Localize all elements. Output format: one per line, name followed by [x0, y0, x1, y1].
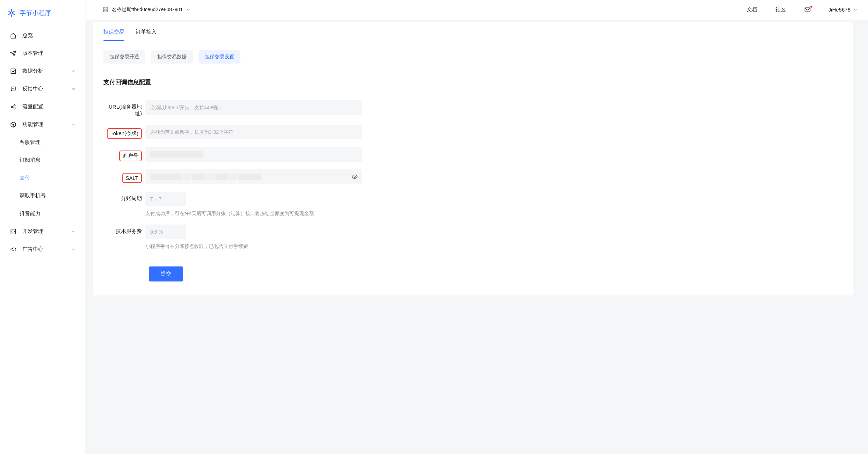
- subtabs: 担保交易开通 担保交易数据 担保交易设置: [93, 41, 853, 67]
- nav-dev[interactable]: 开发管理: [0, 222, 85, 240]
- nav-label: 广告中心: [22, 246, 71, 252]
- chart-icon: [9, 68, 17, 74]
- nav-label: 数据分析: [22, 68, 71, 74]
- cube-icon: [9, 122, 17, 128]
- nav-analytics[interactable]: 数据分析: [0, 62, 85, 80]
- nav-label: 功能管理: [22, 121, 71, 128]
- message-icon: [9, 86, 17, 92]
- nav-features[interactable]: 功能管理: [0, 116, 85, 133]
- submit-button[interactable]: 提交: [149, 266, 183, 281]
- notification-dot: [810, 6, 812, 8]
- label-salt: SALT: [103, 169, 145, 183]
- chevron-down-icon: [71, 87, 76, 91]
- sidebar: 字节小程序 总览 版本管理 数据分析 反馈中心: [0, 0, 85, 454]
- help-fee: 小程序平台在分账接点收取，已包含支付手续费: [145, 243, 362, 250]
- chevron-down-icon: [71, 229, 76, 234]
- nav: 总览 版本管理 数据分析 反馈中心 流量配置 功能管理: [0, 24, 85, 260]
- redacted-salt: [150, 172, 261, 181]
- svg-rect-8: [103, 10, 105, 12]
- chevron-up-icon: [71, 122, 76, 127]
- nav-label: 流量配置: [22, 103, 76, 110]
- nav-label: 总览: [22, 32, 76, 39]
- nav-label: 反馈中心: [22, 86, 71, 92]
- label-token: Token(令牌): [103, 125, 145, 139]
- nav-feedback[interactable]: 反馈中心: [0, 80, 85, 98]
- eye-icon[interactable]: [352, 174, 358, 180]
- form: URL(服务器地址) Token(令牌) 商户号: [93, 89, 853, 295]
- nav-sub-payment[interactable]: 支付: [0, 169, 85, 187]
- megaphone-icon: [9, 246, 17, 252]
- brand-logo[interactable]: 字节小程序: [0, 3, 85, 24]
- topbar-user[interactable]: JiHe5678: [820, 7, 861, 13]
- chevron-down-icon: [71, 247, 76, 252]
- help-period: 支付成功后，可在t+n天后可调用分账（结算）接口将冻结金额变为可提现金额: [145, 211, 362, 217]
- label-fee: 技术服务费: [103, 225, 145, 235]
- tab-order[interactable]: 订单接入: [130, 22, 162, 41]
- section-title: 支付回调信息配置: [93, 67, 853, 89]
- nav-traffic[interactable]: 流量配置: [0, 98, 85, 116]
- app-name: 名称过期ttb8d0ce6d27e8087901: [112, 7, 183, 13]
- nav-sub-subscribe[interactable]: 订阅消息: [0, 151, 85, 169]
- app-selector[interactable]: 名称过期ttb8d0ce6d27e8087901: [103, 7, 190, 13]
- card: 担保交易 订单接入 担保交易开通 担保交易数据 担保交易设置 支付回调信息配置 …: [93, 22, 853, 295]
- subtab-data[interactable]: 担保交易数据: [151, 50, 193, 64]
- nav-sub-douyin[interactable]: 抖音能力: [0, 205, 85, 222]
- nav-label: 开发管理: [22, 228, 71, 235]
- nav-sub-customer-service[interactable]: 客服管理: [0, 133, 85, 151]
- chevron-down-icon: [853, 8, 858, 12]
- input-url[interactable]: [145, 100, 362, 115]
- topbar-community[interactable]: 社区: [766, 6, 795, 13]
- svg-rect-7: [106, 8, 108, 9]
- main: 名称过期ttb8d0ce6d27e8087901 文档 社区 JiHe5678 …: [85, 0, 868, 454]
- content-wrap: 担保交易 订单接入 担保交易开通 担保交易数据 担保交易设置 支付回调信息配置 …: [85, 20, 868, 454]
- chevron-down-icon: [186, 8, 190, 12]
- topbar: 名称过期ttb8d0ce6d27e8087901 文档 社区 JiHe5678: [85, 0, 868, 20]
- mail-icon: [804, 6, 811, 13]
- tab-guarantee[interactable]: 担保交易: [98, 22, 130, 41]
- topbar-inbox[interactable]: [795, 6, 820, 13]
- chevron-down-icon: [71, 69, 76, 74]
- user-name: JiHe5678: [829, 7, 851, 13]
- subtab-settings[interactable]: 担保交易设置: [198, 50, 240, 64]
- svg-rect-9: [106, 10, 108, 12]
- nav-version[interactable]: 版本管理: [0, 44, 85, 62]
- nav-ads[interactable]: 广告中心: [0, 240, 85, 258]
- label-url: URL(服务器地址): [103, 100, 145, 117]
- input-fee: [145, 225, 186, 239]
- share-icon: [9, 104, 17, 110]
- nav-overview[interactable]: 总览: [0, 27, 85, 44]
- tabs: 担保交易 订单接入: [93, 22, 853, 41]
- subtab-open[interactable]: 担保交易开通: [103, 50, 145, 64]
- nav-label: 版本管理: [22, 50, 76, 57]
- input-token[interactable]: [145, 125, 362, 139]
- svg-point-0: [10, 12, 13, 14]
- label-merchant: 商户号: [103, 147, 145, 161]
- topbar-docs[interactable]: 文档: [738, 6, 766, 13]
- redacted-merchant: [150, 150, 203, 159]
- grid-icon: [103, 7, 108, 13]
- svg-rect-6: [103, 8, 105, 9]
- brand-icon: [7, 8, 16, 17]
- send-icon: [9, 50, 17, 57]
- label-period: 分账周期: [103, 192, 145, 202]
- svg-point-11: [354, 176, 356, 178]
- nav-sub-phone[interactable]: 获取手机号: [0, 187, 85, 205]
- code-icon: [9, 228, 17, 235]
- input-period: [145, 192, 186, 206]
- brand-name: 字节小程序: [20, 9, 51, 17]
- home-icon: [9, 32, 17, 39]
